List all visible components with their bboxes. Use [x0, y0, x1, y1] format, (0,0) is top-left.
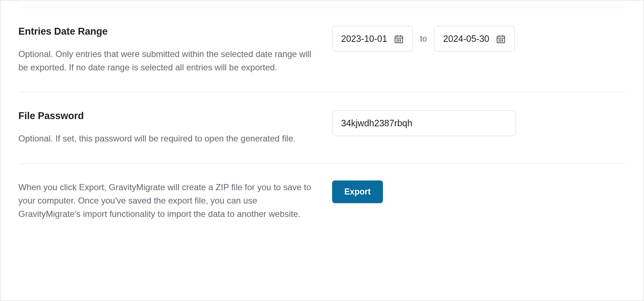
- date-range-inputs: 2023-10-01 to 2024-05-30: [332, 26, 626, 52]
- export-button-wrap: Export: [332, 180, 626, 203]
- svg-point-6: [400, 39, 401, 40]
- file-password-title: File Password: [18, 110, 318, 122]
- date-end-input[interactable]: 2024-05-30: [434, 26, 515, 52]
- calendar-icon: [496, 34, 506, 44]
- svg-point-19: [502, 41, 503, 41]
- file-password-input-wrap: [332, 110, 626, 136]
- svg-point-14: [499, 39, 499, 40]
- date-start-value: 2023-10-01: [341, 34, 387, 44]
- date-range-to-label: to: [420, 34, 427, 44]
- export-button[interactable]: Export: [332, 180, 383, 203]
- date-range-description: Optional. Only entries that were submitt…: [18, 47, 318, 74]
- svg-point-15: [500, 39, 501, 40]
- date-range-title: Entries Date Range: [18, 26, 318, 37]
- svg-point-9: [400, 41, 401, 41]
- calendar-icon: [394, 34, 404, 44]
- date-range-text: Entries Date Range Optional. Only entrie…: [18, 26, 332, 74]
- file-password-text: File Password Optional. If set, this pas…: [18, 110, 332, 145]
- svg-point-5: [398, 39, 399, 40]
- export-section: When you click Export, GravityMigrate wi…: [18, 164, 626, 239]
- date-start-input[interactable]: 2023-10-01: [332, 26, 413, 52]
- svg-point-16: [502, 39, 503, 40]
- export-settings-panel: Entries Date Range Optional. Only entrie…: [0, 0, 644, 301]
- svg-point-4: [397, 39, 397, 40]
- file-password-description: Optional. If set, this password will be …: [18, 132, 318, 145]
- date-end-value: 2024-05-30: [443, 34, 489, 44]
- svg-point-8: [398, 41, 399, 41]
- export-description: When you click Export, GravityMigrate wi…: [18, 180, 318, 221]
- date-range-section: Entries Date Range Optional. Only entrie…: [18, 8, 626, 92]
- file-password-input[interactable]: [332, 110, 516, 136]
- svg-point-18: [500, 41, 501, 41]
- file-password-section: File Password Optional. If set, this pas…: [18, 92, 626, 163]
- svg-point-7: [397, 41, 397, 41]
- svg-point-17: [499, 41, 499, 41]
- export-text: When you click Export, GravityMigrate wi…: [18, 180, 332, 221]
